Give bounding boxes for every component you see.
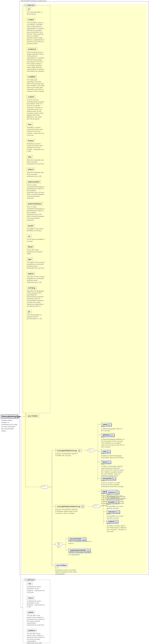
expand-icon[interactable]: + bbox=[87, 549, 89, 551]
attribute-desc: Why the metadata has been included - exp… bbox=[27, 159, 45, 165]
connector bbox=[98, 491, 101, 492]
attribute-uri: uri bbox=[27, 234, 31, 238]
attribute-desc: If the property value is empty, specifie… bbox=[27, 51, 45, 72]
attribute-node: roleA refinement of the semantics of the… bbox=[27, 582, 49, 593]
element-desc: Additional natural language information … bbox=[101, 455, 124, 458]
organisation-details-desc: A group of properties specific to an org… bbox=[68, 552, 94, 556]
attribute-type: type bbox=[27, 258, 33, 261]
element-label: note bbox=[103, 450, 106, 452]
concept-definition-group: ConceptDefinitionGroup + bbox=[55, 449, 82, 452]
occurrence: 0..∞ bbox=[107, 513, 110, 515]
expand-icon[interactable]: + bbox=[116, 492, 118, 494]
connector bbox=[21, 416, 21, 608]
attribute-node: typeThe type of the concept assigned as … bbox=[27, 258, 49, 269]
attribute-roleuri: roleuri bbox=[27, 596, 34, 600]
expand-icon[interactable]: + bbox=[115, 520, 117, 522]
expand-icon[interactable]: + bbox=[83, 538, 85, 540]
attribute-jobtitle: jobtitle bbox=[27, 611, 35, 614]
element-desc: A natural language definition of the sem… bbox=[101, 438, 124, 448]
connector bbox=[98, 462, 101, 462]
attribute-node: typeuriThe type of the concept assigned … bbox=[27, 272, 49, 283]
concept-relationships-group: ConceptRelationshipsGroup + bbox=[55, 505, 85, 508]
element-desc: An identifier of a more specific concept… bbox=[107, 515, 127, 519]
attribute-desc: A refinement of the semantics of the pro… bbox=[27, 600, 45, 608]
attribute-node: qcodeA qualified code which identifies a… bbox=[27, 224, 49, 232]
any-label: any ##other bbox=[56, 564, 67, 566]
connector bbox=[52, 506, 55, 506]
attributes-header: ▭ attributes bbox=[24, 578, 35, 581]
root-type-box: FlexAuthorPropType bbox=[1, 415, 18, 418]
group-label: ConceptRelationshipsGroup bbox=[57, 506, 81, 508]
connector bbox=[98, 424, 98, 480]
attribute-dir: dir bbox=[27, 310, 31, 314]
attribute-id: id bbox=[27, 8, 31, 11]
expand-icon[interactable]: + bbox=[108, 424, 110, 426]
attribute-desc: A refinement of the semantics of the pro… bbox=[27, 586, 45, 593]
sequence-compositor-rel bbox=[93, 504, 100, 508]
occurrence: 0..∞ bbox=[101, 426, 104, 428]
connector bbox=[25, 413, 25, 487]
attributes-label: attributes bbox=[27, 4, 34, 6]
attribute-literal: literal bbox=[27, 245, 34, 248]
concept-relationships-group-desc: A group of properties required to indica… bbox=[55, 508, 78, 514]
expand-icon[interactable]: + bbox=[108, 461, 109, 463]
element-label: name bbox=[103, 423, 108, 426]
expand-icon[interactable]: + bbox=[82, 506, 83, 508]
attribute-node: jobtitleuriThe job title of the person w… bbox=[27, 629, 49, 644]
element-label: related bbox=[108, 520, 114, 522]
connector bbox=[48, 487, 52, 487]
element-label: organisationDetails bbox=[70, 549, 86, 551]
connector bbox=[103, 512, 107, 512]
connector bbox=[25, 487, 41, 487]
connector bbox=[98, 435, 101, 435]
expand-icon[interactable]: + bbox=[111, 434, 113, 436]
connector bbox=[66, 550, 68, 550]
any-label: any ##other bbox=[28, 415, 38, 417]
connector bbox=[52, 566, 55, 566]
connector bbox=[98, 424, 101, 424]
attribute-creator: creator bbox=[27, 18, 35, 21]
connector bbox=[103, 502, 107, 502]
attribute-node: jobtitleThe job title of the person who … bbox=[27, 611, 49, 626]
attribute-node: roleuriA refinement of the semantics of … bbox=[27, 596, 49, 608]
occurrence: 0..∞ bbox=[101, 436, 104, 438]
attribute-node: pubconstrainturiOne or many constraints … bbox=[27, 202, 49, 221]
attribute-desc: Indicates by which means the value was e… bbox=[27, 126, 45, 136]
expand-icon[interactable]: + bbox=[107, 450, 109, 452]
connector bbox=[66, 538, 68, 539]
attribute-desc: A free-text value assigned as property v… bbox=[27, 249, 45, 254]
attribute-xml-lang: xml:lang bbox=[27, 286, 36, 290]
attribute-node: whyuriWhy the metadata has been included… bbox=[27, 168, 49, 177]
attributes-label: attributes bbox=[27, 579, 34, 581]
connector bbox=[103, 521, 107, 522]
attribute-node: howuriIndicates by which means the value… bbox=[27, 139, 49, 152]
attribute-how: how bbox=[27, 123, 33, 126]
expand-icon[interactable]: + bbox=[116, 511, 118, 513]
expand-icon[interactable]: + bbox=[112, 478, 114, 480]
attribute-node: creatorIf the property value is not defi… bbox=[27, 18, 49, 44]
attribute-desc: Indicates by which means the value was e… bbox=[27, 143, 45, 152]
attributes-header: ▭ attributes bbox=[24, 4, 35, 6]
connector bbox=[66, 538, 66, 550]
person-details-element: personDetails + bbox=[68, 537, 86, 540]
attribute-desc: If set to true the corresponding propert… bbox=[27, 99, 45, 120]
occurrence: 0..∞ bbox=[101, 463, 104, 465]
connector bbox=[62, 544, 66, 544]
occurrence: 0..∞ bbox=[55, 567, 58, 569]
attribute-pubconstraint: pubconstraint bbox=[27, 180, 41, 184]
occurrence: 0..∞ bbox=[107, 503, 110, 505]
attribute-desc: One or many constraints that apply to pu… bbox=[27, 206, 45, 221]
root-type-label: FlexAuthorPropType bbox=[2, 416, 20, 418]
attribute-desc: The job title of the person who created … bbox=[27, 614, 45, 626]
concept-definition-group-desc: A group of properties required to define… bbox=[55, 453, 78, 456]
attributes-open-icon: ▭ bbox=[25, 579, 27, 581]
connector bbox=[98, 451, 101, 452]
expand-icon[interactable]: + bbox=[115, 501, 117, 503]
attribute-desc: The type of the concept assigned as cont… bbox=[27, 276, 45, 283]
element-label: remoteInfo bbox=[103, 477, 112, 480]
occurrence: 0..∞ bbox=[107, 494, 110, 496]
element-desc: An identifier of a concept with equivale… bbox=[107, 496, 127, 500]
connector bbox=[88, 506, 93, 506]
expand-icon[interactable]: + bbox=[78, 450, 80, 452]
element-desc: An identifier of a more generic concept. bbox=[107, 506, 127, 509]
